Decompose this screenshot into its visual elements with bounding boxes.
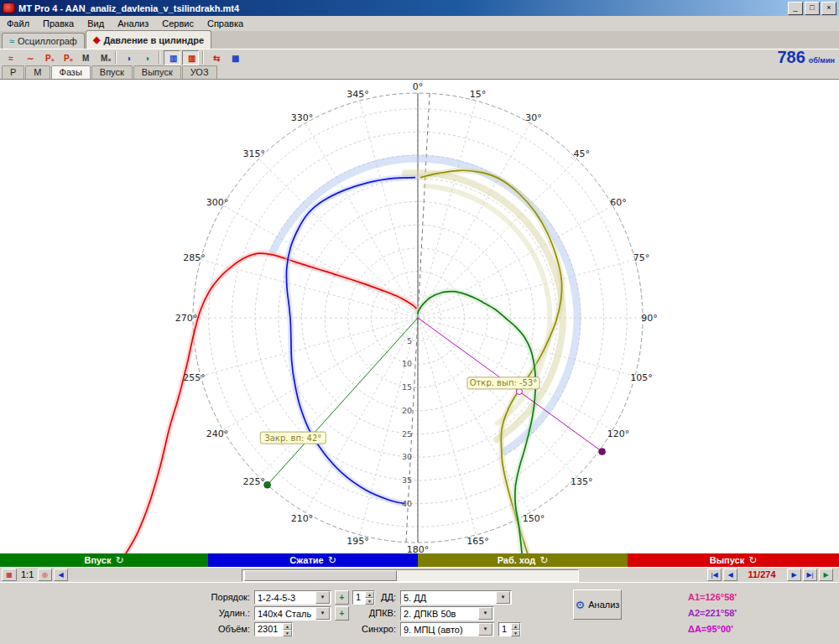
histogram-red-icon[interactable]: ▥ (182, 50, 199, 65)
menu-item-анализ[interactable]: Анализ (111, 17, 155, 30)
phase-bar: Впуск↻Сжатие↻Раб. ход↻Выпуск↻ (0, 553, 839, 567)
phase-label: Выпуск (710, 555, 744, 565)
sync-spinner[interactable]: 1 ▲▼ (498, 622, 521, 636)
marker-label-0: Закр. вп: 42° (264, 434, 321, 443)
close-button[interactable]: × (821, 2, 836, 15)
extension-combo[interactable]: 140x4 Сталь ▼ (254, 606, 331, 621)
radial-tick-label: 30 (402, 452, 412, 461)
last-frame-button[interactable]: ▶| (803, 569, 817, 581)
sync-spinner-value: 1 (499, 623, 511, 636)
tab-oscilloscope[interactable]: ≈Осциллограф (2, 33, 85, 49)
scope-blue-icon[interactable]: ◑ (120, 50, 137, 65)
dd-label: ДД: (336, 590, 396, 605)
analyze-button[interactable]: ⚙ Анализ (573, 589, 622, 620)
radial-tick-label: 35 (402, 475, 412, 485)
sinhro-label: Синхро: (336, 622, 396, 636)
extension-value: 140x4 Сталь (255, 609, 315, 619)
angle-label: 165° (466, 536, 489, 547)
angle-label: 225° (243, 476, 266, 487)
phase-segment-сжатие[interactable]: Сжатие↻ (208, 553, 418, 567)
next-frame-button[interactable]: ▶ (787, 569, 801, 581)
grid-radial (223, 205, 418, 318)
pressure-p2-icon[interactable]: P₂ (58, 50, 75, 65)
angle-label: 285° (183, 252, 206, 263)
rpm-readout: 786 об/мин (777, 48, 835, 67)
waveform-time-icon[interactable]: ∼ (21, 50, 38, 65)
menu-item-вид[interactable]: Вид (81, 17, 111, 30)
phase-polar-chart: Закр. вп: 42°Откр. вып: -53°0°15°30°45°6… (0, 80, 839, 554)
menu-item-файл[interactable]: Файл (0, 17, 36, 30)
chevron-down-icon[interactable]: ▼ (315, 607, 330, 620)
radial-tick-label: 40 (402, 499, 412, 508)
grid-radial (418, 318, 612, 430)
phase-segment-рабход[interactable]: Раб. ход↻ (418, 553, 628, 567)
angle-label: 330° (291, 112, 314, 123)
tab-label: Осциллограф (18, 36, 77, 46)
dd-sensor-value: 5. ДД (401, 593, 496, 603)
menu-item-справка[interactable]: Справка (201, 17, 250, 30)
sync-combo[interactable]: 9. МПЦ (авто) ▼ (400, 622, 494, 636)
marker-m1-icon[interactable]: M (76, 50, 93, 65)
menu-item-правка[interactable]: Правка (36, 17, 81, 30)
minimize-button[interactable]: _ (788, 2, 803, 15)
poryadok-label: Порядок: (166, 590, 250, 605)
grid-radial (259, 318, 419, 477)
subtab-м[interactable]: М (25, 65, 50, 79)
gear-icon: ⚙ (576, 599, 586, 611)
scope-teal-icon[interactable]: ◑ (138, 50, 155, 65)
maximize-button[interactable]: □ (805, 2, 820, 15)
firing-order-combo[interactable]: 1-2-4-5-3 ▼ (254, 590, 331, 605)
chevron-down-icon[interactable]: ▼ (496, 591, 510, 604)
phase-segment-впуск[interactable]: Впуск↻ (0, 553, 208, 567)
first-frame-button[interactable]: |◀ (707, 569, 722, 581)
dpkv-sensor-combo[interactable]: 2. ДПКВ 50в ▼ (400, 606, 494, 621)
marker-handle-1[interactable] (599, 449, 606, 455)
tab-cylinder-pressure[interactable]: ◆Давление в цилиндре (86, 30, 211, 49)
grid-view-icon[interactable]: ▦ (226, 50, 242, 65)
scroll-left-button[interactable]: ◀ (54, 569, 68, 581)
subtab-выпуск[interactable]: Выпуск (133, 65, 181, 79)
subtab-впуск[interactable]: Впуск (91, 65, 133, 79)
marker-m2-icon[interactable]: M₂ (95, 50, 112, 65)
dd-sensor-combo[interactable]: 5. ДД ▼ (400, 590, 512, 605)
angle-label: 60° (610, 197, 627, 208)
angle-label: 270° (175, 313, 198, 324)
pressure-p1-icon[interactable]: P₁ (39, 50, 56, 65)
waveform-pair-icon[interactable]: ≈ (3, 50, 19, 65)
rpm-units: об/мин (809, 56, 835, 65)
subtab-уоз[interactable]: УОЗ (182, 65, 217, 79)
radial-tick-label: 20 (402, 406, 412, 415)
angle-label: 300° (206, 197, 229, 208)
zoom-level: 1:1 (21, 569, 34, 579)
angle-label: 315° (243, 148, 266, 159)
play-button[interactable]: ▶ (819, 569, 833, 581)
subtab-р[interactable]: Р (2, 65, 24, 79)
menu-item-сервис[interactable]: Сервис (155, 17, 201, 30)
grid-radial (418, 318, 476, 535)
frame-counter: 11/274 (739, 569, 784, 579)
phase-segment-выпуск[interactable]: Выпуск↻ (628, 553, 839, 567)
grid-mode-button[interactable]: ▦ (2, 569, 17, 581)
angle-label: 120° (607, 428, 630, 439)
marker-ring-1[interactable] (517, 388, 523, 394)
prev-frame-button[interactable]: ◀ (723, 569, 737, 581)
angle-label: 15° (470, 89, 487, 100)
histogram-blue-icon[interactable]: ▥ (164, 50, 180, 65)
chevron-down-icon[interactable]: ▼ (478, 607, 492, 620)
dpkv-sensor-value: 2. ДПКВ 50в (401, 609, 478, 619)
chart-scrollbar[interactable] (242, 569, 579, 582)
spin-up-icon[interactable]: ▲ (511, 623, 520, 630)
target-button[interactable]: ◎ (38, 569, 52, 581)
volume-spinner[interactable]: 2301 ▲▼ (254, 622, 293, 636)
chevron-down-icon[interactable]: ▼ (478, 623, 492, 636)
chart-scrollbar-thumb[interactable] (244, 570, 397, 581)
spin-down-icon[interactable]: ▼ (283, 630, 292, 636)
subtab-фазы[interactable]: Фазы (51, 65, 91, 79)
pressure-icon: ◆ (93, 34, 100, 45)
sync-arrows-icon[interactable]: ⇆ (207, 50, 224, 65)
angle-label: 195° (347, 536, 369, 547)
spin-down-icon[interactable]: ▼ (511, 630, 520, 636)
spin-up-icon[interactable]: ▲ (283, 623, 292, 630)
chevron-down-icon[interactable]: ▼ (315, 591, 330, 604)
grid-radial (305, 123, 418, 318)
